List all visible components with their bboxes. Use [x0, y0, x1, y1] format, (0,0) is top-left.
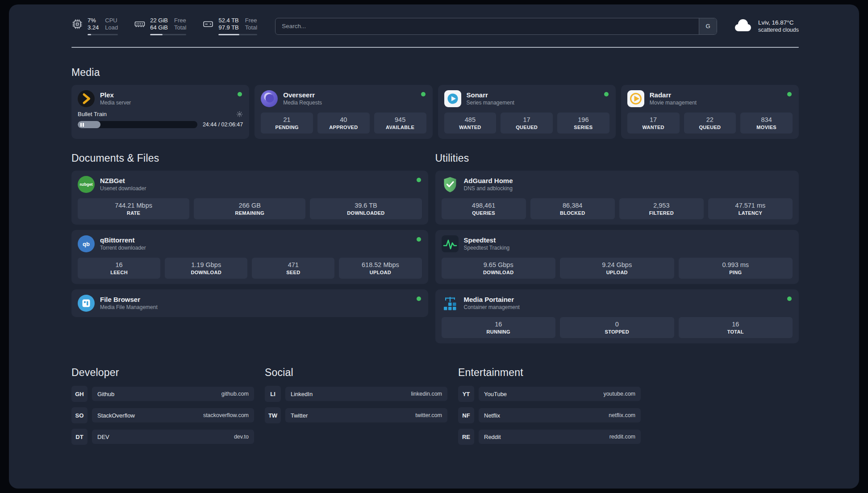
- stat-download: 9.65 GbpsDOWNLOAD: [442, 258, 556, 279]
- link-linkedin[interactable]: LinkedIn linkedin.com: [285, 387, 447, 401]
- section-media: Media Plex Media server Bullet Train: [71, 67, 799, 139]
- social-section-title: Social: [265, 367, 447, 379]
- stat-queued: 17QUEUED: [501, 113, 553, 134]
- link-youtube[interactable]: YouTube youtube.com: [479, 387, 641, 401]
- documents-section-title: Documents & Files: [71, 152, 428, 164]
- app-card-nzbget[interactable]: nzbget NZBGet Usenet downloader 744.21 M…: [71, 171, 428, 225]
- link-github[interactable]: Github github.com: [92, 387, 254, 401]
- link-netflix[interactable]: Netflix netflix.com: [479, 408, 641, 422]
- app-meta: Media Portainer Container management: [464, 296, 520, 311]
- cloud-icon: [732, 18, 753, 35]
- stat-leech: 16LEECH: [78, 258, 160, 279]
- cpu-progress-bar: [88, 34, 118, 35]
- stats-row: 498,461QUERIES 86,384BLOCKED 2,953FILTER…: [442, 198, 793, 219]
- link-row: GH Github github.com: [71, 386, 254, 402]
- status-dot: [417, 297, 421, 301]
- link-row: TW Twitter twitter.com: [265, 407, 447, 423]
- cpu-load-value: 3.24: [88, 24, 99, 31]
- pause-icon[interactable]: [80, 123, 84, 127]
- link-twitter[interactable]: Twitter twitter.com: [285, 408, 447, 422]
- stat-total: 16TOTAL: [679, 317, 793, 338]
- sonarr-icon: [444, 90, 461, 107]
- status-dot: [417, 178, 421, 182]
- weather-location: Lviv, 16.87°C: [758, 19, 799, 26]
- app-name: File Browser: [100, 296, 158, 304]
- app-description: Container management: [464, 304, 520, 311]
- app-meta: File Browser Media File Management: [100, 296, 158, 311]
- developer-section-title: Developer: [71, 367, 254, 379]
- gear-icon[interactable]: [236, 111, 243, 117]
- link-row: DT DEV dev.to: [71, 429, 254, 445]
- app-card-portainer[interactable]: Media Portainer Container management 16R…: [435, 289, 799, 343]
- status-dot: [421, 92, 426, 96]
- stat-wanted: 485WANTED: [444, 113, 497, 134]
- stat-download: 1.19 GbpsDOWNLOAD: [165, 258, 247, 279]
- search-input[interactable]: [275, 18, 699, 34]
- stat-pending: 21PENDING: [261, 113, 313, 134]
- link-stackoverflow[interactable]: StackOverflow stackoverflow.com: [92, 408, 254, 422]
- dashboard-panel: 7% 3.24 CPU Load: [9, 4, 859, 489]
- stat-downloaded: 39.6 TBDOWNLOADED: [310, 198, 421, 219]
- filebrowser-icon: [78, 295, 95, 312]
- app-card-filebrowser[interactable]: File Browser Media File Management: [71, 289, 428, 317]
- stat-upload: 9.24 GbpsUPLOAD: [560, 258, 674, 279]
- stat-stopped: 0STOPPED: [560, 317, 674, 338]
- stats-row: 9.65 GbpsDOWNLOAD 9.24 GbpsUPLOAD 0.993 …: [442, 258, 793, 279]
- link-badge-stackoverflow: SO: [71, 407, 88, 423]
- app-meta: AdGuard Home DNS and adblocking: [464, 177, 513, 192]
- storage-total-value: 97.9 TB: [218, 24, 238, 31]
- app-description: DNS and adblocking: [464, 185, 513, 192]
- app-name: Media Portainer: [464, 296, 520, 304]
- link-reddit[interactable]: Reddit reddit.com: [479, 430, 641, 444]
- cpu-percent: 7%: [88, 17, 99, 24]
- app-description: Series management: [467, 100, 514, 106]
- stat-blocked: 86,384BLOCKED: [530, 198, 615, 219]
- nzbget-icon: nzbget: [78, 176, 95, 193]
- app-card-speedtest[interactable]: Speedtest Speedtest Tracking 9.65 GbpsDO…: [435, 230, 799, 284]
- stat-queued: 22QUEUED: [684, 113, 736, 134]
- playback-progress-bar[interactable]: [78, 121, 197, 128]
- memory-free-label: Free: [174, 17, 186, 24]
- playback-time: 24:44 / 02:06:47: [203, 121, 243, 128]
- stat-latency: 47.571 msLATENCY: [708, 198, 793, 219]
- section-developer: Developer GH Github github.com SO StackO…: [71, 367, 254, 450]
- section-entertainment: Entertainment YT YouTube youtube.com NF …: [458, 367, 641, 450]
- app-description: Media server: [100, 100, 131, 106]
- stats-row: 16LEECH 1.19 GbpsDOWNLOAD 471SEED 618.52…: [78, 258, 422, 279]
- app-card-plex[interactable]: Plex Media server Bullet Train 24:44: [71, 85, 249, 139]
- app-card-qbittorrent[interactable]: qb qBittorrent Torrent downloader 16LEEC…: [71, 230, 428, 284]
- stats-row: 16RUNNING 0STOPPED 16TOTAL: [442, 317, 793, 338]
- topbar-divider: [71, 47, 799, 48]
- search-engine-button[interactable]: G: [699, 18, 717, 34]
- app-description: Movie management: [650, 100, 697, 106]
- app-description: Media File Management: [100, 304, 158, 311]
- app-card-sonarr[interactable]: Sonarr Series management 485WANTED 17QUE…: [438, 85, 616, 139]
- cpu-label: CPU: [105, 17, 118, 24]
- link-row: NF Netflix netflix.com: [458, 407, 641, 423]
- stats-row: 744.21 MbpsRATE 266 GBREMAINING 39.6 TBD…: [78, 198, 422, 219]
- stat-filtered: 2,953FILTERED: [619, 198, 704, 219]
- stat-approved: 40APPROVED: [317, 113, 370, 134]
- app-card-adguard[interactable]: AdGuard Home DNS and adblocking 498,461Q…: [435, 171, 799, 225]
- plex-icon: [78, 90, 95, 107]
- stat-series: 196SERIES: [557, 113, 609, 134]
- link-badge-youtube: YT: [458, 386, 474, 402]
- overseerr-icon: [261, 90, 278, 107]
- app-name: Plex: [100, 91, 131, 99]
- memory-total-label: Total: [174, 24, 186, 31]
- status-dot: [787, 297, 792, 301]
- memory-icon: [134, 17, 146, 32]
- app-description: Media Requests: [283, 100, 322, 106]
- stat-movies: 834MOVIES: [740, 113, 793, 134]
- app-description: Speedtest Tracking: [464, 245, 510, 251]
- weather-widget: Lviv, 16.87°C scattered clouds: [732, 18, 799, 35]
- now-playing-title: Bullet Train: [78, 111, 236, 117]
- weather-condition: scattered clouds: [758, 26, 799, 33]
- app-meta: Plex Media server: [100, 91, 131, 106]
- portainer-icon: [442, 295, 459, 312]
- app-description: Usenet downloader: [100, 185, 146, 192]
- link-dev[interactable]: DEV dev.to: [92, 430, 254, 444]
- app-card-radarr[interactable]: Radarr Movie management 17WANTED 22QUEUE…: [621, 85, 799, 139]
- link-row: SO StackOverflow stackoverflow.com: [71, 407, 254, 423]
- app-card-overseerr[interactable]: Overseerr Media Requests 21PENDING 40APP…: [255, 85, 432, 139]
